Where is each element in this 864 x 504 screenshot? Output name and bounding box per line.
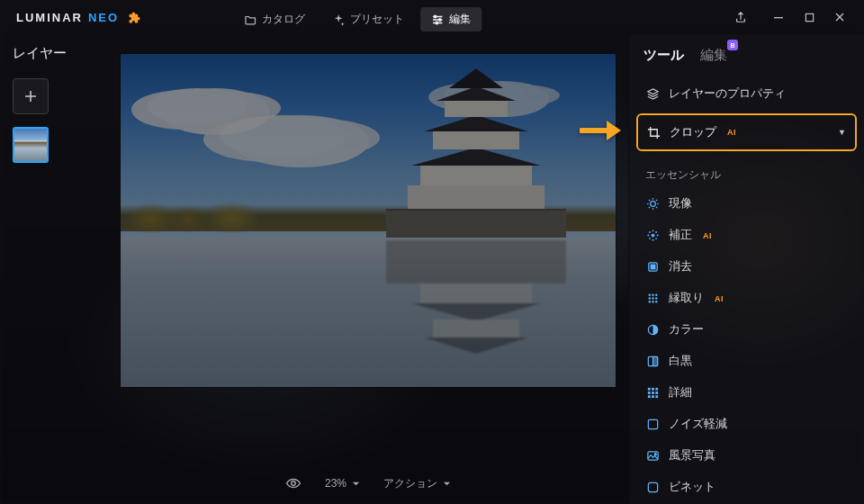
svg-point-8 bbox=[652, 230, 653, 231]
tool-landscape[interactable]: 風景写真 bbox=[629, 440, 864, 472]
enhance-icon bbox=[645, 229, 660, 243]
canvas-status-bar: 23% アクション bbox=[285, 463, 451, 504]
tool-vignette[interactable]: ビネット bbox=[629, 472, 864, 503]
maximize-button[interactable] bbox=[794, 4, 824, 31]
svg-rect-29 bbox=[652, 356, 657, 365]
tool-develop[interactable]: 現像 bbox=[629, 188, 864, 220]
minimize-button[interactable] bbox=[763, 4, 794, 31]
zoom-control[interactable]: 23% bbox=[325, 477, 360, 490]
svg-rect-34 bbox=[652, 392, 654, 394]
relight-icon bbox=[645, 292, 660, 306]
svg-point-11 bbox=[656, 235, 658, 237]
vignette-icon bbox=[645, 481, 660, 495]
svg-rect-38 bbox=[655, 395, 658, 398]
ai-badge: AI bbox=[727, 128, 736, 137]
titlebar: LUMINAR NEO カタログ プリセット bbox=[0, 0, 864, 34]
tool-crop-label: クロップ bbox=[670, 124, 716, 140]
tool-bw-label: 白黒 bbox=[669, 354, 692, 369]
tool-develop-label: 現像 bbox=[669, 196, 692, 212]
tab-edit-label: 編集 bbox=[449, 12, 471, 27]
svg-point-7 bbox=[651, 234, 654, 238]
svg-point-6 bbox=[650, 202, 655, 207]
beta-badge: B bbox=[727, 40, 738, 50]
mode-tabs: カタログ プリセット 編集 bbox=[233, 7, 482, 32]
svg-point-41 bbox=[654, 454, 656, 455]
svg-rect-17 bbox=[651, 265, 655, 269]
denoise-icon bbox=[645, 418, 660, 432]
app-logo: LUMINAR NEO bbox=[16, 10, 142, 24]
photo-canvas[interactable] bbox=[121, 54, 616, 387]
svg-rect-3 bbox=[774, 17, 783, 18]
svg-point-23 bbox=[655, 297, 657, 299]
layer-thumbnail-selected[interactable] bbox=[13, 127, 49, 163]
tool-denoise[interactable]: ノイズ軽減 bbox=[629, 409, 864, 440]
landscape-icon bbox=[645, 449, 660, 464]
zoom-value: 23% bbox=[325, 477, 346, 490]
chevron-down-icon: ▼ bbox=[838, 128, 846, 137]
svg-rect-35 bbox=[655, 392, 658, 394]
svg-rect-30 bbox=[647, 388, 650, 391]
svg-point-12 bbox=[649, 231, 651, 233]
tab-catalog[interactable]: カタログ bbox=[233, 7, 316, 32]
svg-point-2 bbox=[436, 22, 437, 23]
svg-rect-33 bbox=[647, 392, 650, 394]
bw-icon bbox=[645, 355, 660, 369]
thumbnail-image bbox=[14, 129, 47, 161]
svg-point-22 bbox=[652, 297, 653, 299]
svg-rect-4 bbox=[806, 14, 813, 21]
tools-panel: ツール 編集 B レイヤーのプロパティ クロップ AI ▼ bbox=[628, 34, 864, 504]
tool-color[interactable]: カラー bbox=[629, 314, 864, 346]
panel-tabs: ツール 編集 B bbox=[629, 47, 864, 78]
tool-color-label: カラー bbox=[669, 322, 704, 338]
svg-rect-32 bbox=[655, 388, 658, 391]
svg-point-9 bbox=[652, 239, 653, 241]
ai-badge: AI bbox=[715, 294, 724, 303]
tab-edit[interactable]: 編集 bbox=[420, 7, 482, 32]
svg-point-18 bbox=[648, 294, 650, 296]
logo-text-main: LUMINAR bbox=[16, 11, 83, 24]
svg-point-26 bbox=[655, 301, 657, 302]
tab-presets[interactable]: プリセット bbox=[321, 7, 415, 32]
tool-bw[interactable]: 白黒 bbox=[629, 346, 864, 377]
svg-point-15 bbox=[655, 231, 657, 233]
tool-landscape-label: 風景写真 bbox=[669, 448, 716, 464]
close-button[interactable] bbox=[824, 4, 855, 31]
svg-point-14 bbox=[649, 238, 651, 239]
panel-tab-tools[interactable]: ツール bbox=[644, 47, 684, 64]
layers-icon bbox=[645, 87, 660, 102]
tool-vignette-label: ビネット bbox=[669, 480, 716, 495]
panel-tab-edit[interactable]: 編集 B bbox=[700, 47, 727, 64]
visibility-toggle[interactable] bbox=[285, 475, 302, 491]
sun-icon bbox=[645, 197, 660, 212]
ai-badge: AI bbox=[703, 231, 712, 240]
layers-sidebar: レイヤー bbox=[0, 34, 108, 504]
tool-layer-properties-label: レイヤーのプロパティ bbox=[669, 86, 786, 102]
svg-point-20 bbox=[655, 294, 657, 296]
section-essential: エッセンシャル bbox=[629, 155, 864, 188]
tool-layer-properties[interactable]: レイヤーのプロパティ bbox=[629, 78, 864, 110]
tool-relight[interactable]: 縁取り AI bbox=[629, 283, 864, 314]
canvas-area: 23% アクション bbox=[108, 34, 628, 504]
svg-rect-31 bbox=[652, 388, 654, 391]
action-menu[interactable]: アクション bbox=[383, 476, 451, 491]
share-button[interactable] bbox=[725, 4, 756, 31]
tool-relight-label: 縁取り bbox=[669, 291, 704, 306]
tool-details-label: 詳細 bbox=[669, 385, 692, 400]
svg-rect-39 bbox=[648, 419, 657, 428]
svg-rect-36 bbox=[647, 395, 650, 398]
tool-enhance[interactable]: 補正 AI bbox=[629, 220, 864, 251]
tool-crop-highlighted[interactable]: クロップ AI ▼ bbox=[636, 113, 857, 151]
svg-point-25 bbox=[652, 301, 653, 302]
svg-rect-37 bbox=[652, 395, 654, 398]
svg-point-0 bbox=[434, 15, 436, 17]
tool-erase[interactable]: 消去 bbox=[629, 251, 864, 283]
svg-point-13 bbox=[655, 238, 657, 239]
plugins-icon[interactable] bbox=[128, 10, 142, 24]
details-icon bbox=[645, 386, 660, 400]
tool-details[interactable]: 詳細 bbox=[629, 377, 864, 409]
tool-enhance-label: 補正 bbox=[669, 228, 692, 243]
svg-point-10 bbox=[647, 235, 649, 237]
window-controls bbox=[725, 4, 855, 31]
tutorial-arrow bbox=[580, 117, 623, 144]
add-layer-button[interactable] bbox=[13, 78, 49, 114]
